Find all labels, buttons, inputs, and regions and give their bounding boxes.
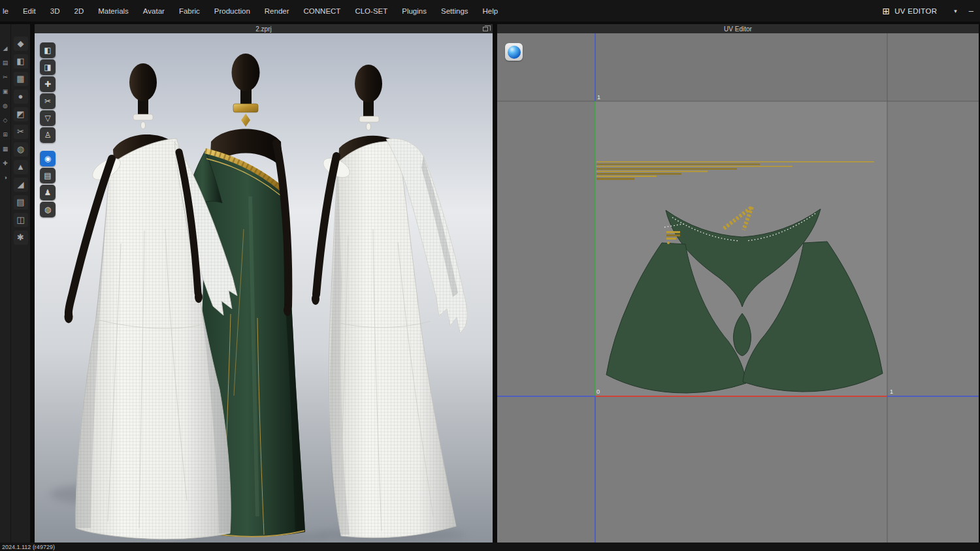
uv-select-icon[interactable]: ◉ — [40, 151, 56, 166]
mannequin-head — [355, 65, 382, 102]
view-cube-icon[interactable]: ◧ — [40, 42, 56, 58]
avatar-tool-icon[interactable]: ♙ — [40, 127, 56, 143]
menu-item-avatar[interactable]: Avatar — [136, 7, 172, 15]
uv-editor-titlebar: UV Editor — [497, 24, 979, 33]
rail-tool-icon[interactable]: ◇ — [1, 116, 10, 125]
version-label: 2024.1.112 (r49729) — [2, 544, 55, 550]
menu-item-materials[interactable]: Materials — [91, 7, 136, 15]
menu-bar: le Edit 3D 2D Materials Avatar Fabric Pr… — [0, 0, 980, 22]
chevron-down-icon[interactable]: ▾ — [954, 8, 957, 14]
left-toolbar-column-2: ◆ ◧ ▦ ● ◩ ✂ ◍ ▲ ◢ ▤ ◫ ✱ — [11, 24, 30, 543]
rail-tool-icon[interactable]: ● — [14, 89, 28, 104]
render-style-icon[interactable]: ◨ — [40, 59, 56, 75]
avatar-skin-icon[interactable]: ♟ — [40, 185, 56, 200]
rail-tool-icon[interactable]: ⊞ — [1, 130, 10, 139]
v-max-label: 1 — [597, 94, 600, 101]
rail-tool-icon[interactable]: ▦ — [14, 72, 28, 86]
mode-switcher: ⊞ UV EDITOR ▾ – — [882, 6, 973, 16]
garment-3d-scene — [35, 33, 493, 543]
left-toolbar-column-1: ◢ ▤ ✂ ▣ ◍ ◇ ⊞ ▦ ✚ ◑ — [0, 24, 11, 543]
rail-tool-icon[interactable]: ◍ — [1, 101, 10, 110]
menu-item-3d[interactable]: 3D — [43, 7, 67, 15]
globe-texture-icon[interactable]: ◍ — [40, 202, 56, 217]
menu-item-settings[interactable]: Settings — [434, 7, 476, 15]
rail-tool-icon[interactable]: ▦ — [1, 144, 10, 153]
rail-tool-icon[interactable]: ◆ — [14, 37, 28, 51]
rail-tool-icon[interactable]: ◢ — [14, 178, 28, 192]
menu-item-production[interactable]: Production — [207, 7, 257, 15]
viewport-title: 2.zprj — [255, 25, 271, 33]
menu-item-help[interactable]: Help — [476, 7, 506, 15]
u-max-label: 1 — [890, 388, 893, 395]
rail-tool-icon[interactable]: ◧ — [14, 54, 28, 69]
fabric-layers-icon[interactable]: ▤ — [40, 168, 56, 183]
choker-pendant — [367, 123, 371, 131]
menu-item-plugins[interactable]: Plugins — [395, 7, 434, 15]
workspace: ◢ ▤ ✂ ▣ ◍ ◇ ⊞ ▦ ✚ ◑ ◆ ◧ ▦ ● ◩ ✂ ◍ ▲ ◢ — [0, 22, 980, 543]
rail-tool-icon[interactable]: ◫ — [14, 213, 28, 227]
uv-map: 1 0 1 — [497, 33, 979, 543]
material-sphere-icon[interactable] — [505, 43, 523, 61]
main-menu: le Edit 3D 2D Materials Avatar Fabric Pr… — [1, 7, 505, 15]
uv-canvas[interactable]: 1 0 1 — [497, 33, 979, 543]
rail-tool-icon[interactable]: ✂ — [14, 125, 28, 139]
rail-tool-icon[interactable]: ✱ — [14, 230, 28, 245]
rail-tool-icon[interactable]: ✂ — [1, 72, 10, 82]
rail-tool-icon[interactable]: ◑ — [1, 173, 10, 182]
menu-item-clo-set[interactable]: CLO-SET — [348, 7, 395, 15]
rail-tool-icon[interactable]: ▤ — [1, 58, 10, 67]
minimize-icon[interactable]: – — [969, 6, 973, 16]
mannequin-head — [232, 54, 260, 91]
menu-item-file[interactable]: le — [1, 7, 16, 15]
menu-item-connect[interactable]: CONNECT — [297, 7, 348, 15]
rail-tool-icon[interactable]: ▤ — [14, 195, 28, 210]
menu-item-2d[interactable]: 2D — [67, 7, 91, 15]
status-bar: 2024.1.112 (r49729) — [0, 543, 980, 551]
uv-editor-panel: UV Editor — [497, 24, 979, 543]
menu-item-edit[interactable]: Edit — [16, 7, 43, 15]
viewport-tool-palette: ◧ ◨ ✚ ✂ ▽ ♙ ◉ ▤ ♟ ◍ — [40, 42, 56, 217]
uv-editor-mode-label[interactable]: UV EDITOR — [894, 7, 937, 15]
white-choker — [359, 116, 379, 122]
pin-tool-icon[interactable]: ✚ — [40, 76, 56, 92]
choker-pendant — [141, 122, 146, 129]
undock-panel-icon[interactable] — [483, 27, 488, 31]
rail-tool-icon[interactable]: ◢ — [1, 44, 10, 53]
app-window: le Edit 3D 2D Materials Avatar Fabric Pr… — [0, 0, 980, 551]
origin-label: 0 — [596, 388, 600, 395]
rail-tool-icon[interactable]: ◩ — [14, 107, 28, 121]
garment-tool-icon[interactable]: ▽ — [40, 110, 56, 126]
uv-editor-icon: ⊞ — [882, 6, 890, 16]
menu-item-fabric[interactable]: Fabric — [172, 7, 207, 15]
scissors-tool-icon[interactable]: ✂ — [40, 93, 56, 109]
viewport-3d[interactable]: ◧ ◨ ✚ ✂ ▽ ♙ ◉ ▤ ♟ ◍ — [35, 33, 493, 543]
rail-tool-icon[interactable]: ◍ — [14, 142, 28, 157]
menu-item-render[interactable]: Render — [257, 7, 297, 15]
left-toolbar: ◢ ▤ ✂ ▣ ◍ ◇ ⊞ ▦ ✚ ◑ ◆ ◧ ▦ ● ◩ ✂ ◍ ▲ ◢ — [0, 24, 30, 543]
rail-tool-icon[interactable]: ✚ — [1, 159, 10, 168]
rail-tool-icon[interactable]: ▣ — [1, 87, 10, 96]
rail-tool-icon[interactable]: ▲ — [14, 160, 28, 174]
viewport-3d-panel: 2.zprj — [35, 24, 493, 543]
viewport-titlebar: 2.zprj — [35, 24, 493, 33]
mannequin-head — [129, 63, 157, 101]
gold-choker — [233, 104, 258, 112]
uv-editor-title: UV Editor — [724, 25, 752, 33]
white-choker — [133, 114, 153, 120]
